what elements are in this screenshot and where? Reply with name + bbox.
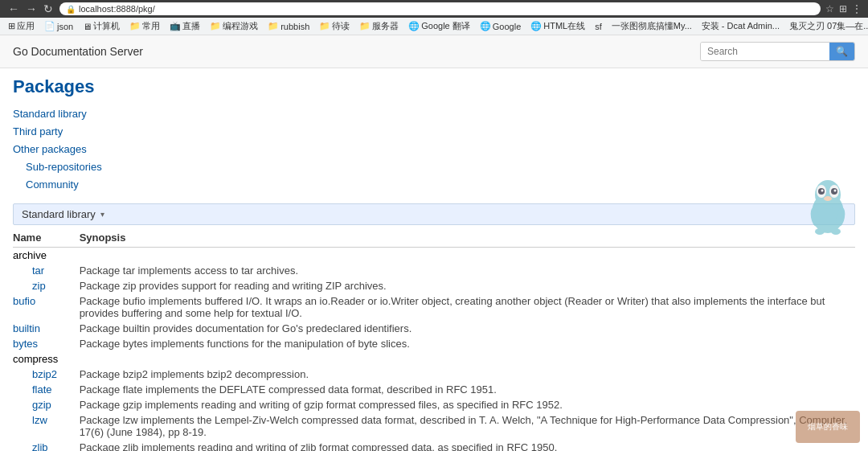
sidebar-link-thirdparty[interactable]: Third party bbox=[13, 123, 855, 141]
bookmark-common[interactable]: 📁常用 bbox=[126, 18, 163, 34]
synopsis-cell bbox=[80, 248, 855, 264]
table-row: builtinPackage builtin provides document… bbox=[13, 321, 855, 336]
pkg-name-cell: gzip bbox=[13, 397, 80, 412]
sidebar-link-community[interactable]: Community bbox=[13, 176, 855, 194]
sidebar-link-subrepos[interactable]: Sub-repositories bbox=[13, 158, 855, 176]
bookmark-img[interactable]: 一张图彻底搞懂My... bbox=[608, 18, 695, 34]
pkg-name-link[interactable]: lzw bbox=[23, 414, 47, 426]
svg-point-7 bbox=[834, 190, 837, 192]
table-row: tarPackage tar implements access to tar … bbox=[13, 263, 855, 278]
table-row: zlibPackage zlib implements reading and … bbox=[13, 440, 855, 451]
pkg-name-cell: zlib bbox=[13, 440, 80, 451]
star-icon[interactable]: ☆ bbox=[825, 3, 834, 14]
main-content: Packages Standard library Third party Ot… bbox=[0, 68, 868, 451]
bookmark-computer[interactable]: 🖥计算机 bbox=[80, 18, 123, 34]
bookmark-sf[interactable]: sf bbox=[592, 20, 605, 33]
menu-icon[interactable]: ⋮ bbox=[852, 3, 862, 14]
col-name: Name bbox=[13, 228, 80, 248]
gopher-image bbox=[804, 177, 852, 241]
sidebar-link-other[interactable]: Other packages bbox=[13, 141, 855, 158]
pkg-name-cell: bufio bbox=[13, 293, 80, 321]
synopsis-cell: Package builtin provides documentation f… bbox=[80, 321, 855, 336]
pkg-group-link[interactable]: archive bbox=[13, 249, 47, 261]
pkg-name-link[interactable]: zip bbox=[23, 280, 46, 292]
bookmarks-bar: ⊞ 应用 📄json 🖥计算机 📁常用 📺直播 📁编程游戏 📁rubbish 📁… bbox=[0, 18, 868, 35]
synopsis-cell: Package gzip implements reading and writ… bbox=[80, 397, 855, 412]
bookmark-live[interactable]: 📺直播 bbox=[166, 18, 203, 34]
synopsis-cell: Package bufio implements buffered I/O. I… bbox=[80, 293, 855, 321]
pkg-name-link[interactable]: tar bbox=[23, 264, 44, 277]
table-row: bytesPackage bytes implements functions … bbox=[13, 336, 855, 351]
table-row: compress bbox=[13, 351, 855, 367]
search-box: 🔍 bbox=[700, 42, 855, 61]
bookmark-html[interactable]: 🌐HTML在线 bbox=[527, 18, 588, 34]
pkg-name-link[interactable]: bzip2 bbox=[23, 368, 57, 380]
table-row: zipPackage zip provides support for read… bbox=[13, 278, 855, 293]
pkg-name-link[interactable]: zlib bbox=[23, 441, 48, 451]
bookmark-apps[interactable]: ⊞ 应用 bbox=[5, 18, 38, 34]
pkg-name-link[interactable]: bufio bbox=[13, 295, 35, 307]
table-row: lzwPackage lzw implements the Lempel-Ziv… bbox=[13, 412, 855, 440]
bookmark-anime[interactable]: 鬼灭之刃 07集—在... bbox=[786, 18, 868, 34]
table-row: bzip2Package bzip2 implements bzip2 deco… bbox=[13, 367, 855, 382]
search-input[interactable] bbox=[701, 43, 829, 60]
table-row: bufioPackage bufio implements buffered I… bbox=[13, 293, 855, 321]
bookmark-servers[interactable]: 📁服务器 bbox=[356, 18, 402, 34]
table-row: archive bbox=[13, 248, 855, 264]
svg-point-12 bbox=[831, 228, 841, 235]
col-synopsis: Synopsis bbox=[80, 228, 855, 248]
browser-chrome: ← → ↻ 🔒 localhost:8888/pkg/ ☆ ⊞ ⋮ bbox=[0, 0, 868, 18]
synopsis-cell: Package tar implements access to tar arc… bbox=[80, 263, 855, 278]
url-bar[interactable]: 🔒 localhost:8888/pkg/ bbox=[59, 2, 821, 15]
extensions-icon[interactable]: ⊞ bbox=[839, 3, 847, 14]
packages-title: Packages bbox=[13, 76, 855, 97]
bookmark-json[interactable]: 📄json bbox=[41, 19, 76, 33]
pkg-name-link[interactable]: builtin bbox=[13, 322, 40, 334]
reload-button[interactable]: ↻ bbox=[42, 2, 55, 15]
pkg-name-cell: tar bbox=[13, 263, 80, 278]
bookmark-translate[interactable]: 🌐Google 翻译 bbox=[405, 18, 473, 34]
pkg-name-link[interactable]: gzip bbox=[23, 399, 51, 411]
pkg-name-cell: bzip2 bbox=[13, 367, 80, 382]
svg-point-6 bbox=[821, 190, 824, 192]
pkg-name-cell: builtin bbox=[13, 321, 80, 336]
browser-controls: ← → ↻ bbox=[6, 2, 55, 15]
pkg-name-cell: zip bbox=[13, 278, 80, 293]
pkg-name-cell: compress bbox=[13, 351, 80, 367]
pkg-name-link[interactable]: flate bbox=[23, 383, 52, 396]
synopsis-cell: Package flate implements the DEFLATE com… bbox=[80, 382, 855, 397]
overlay-label: 烟草的香味 bbox=[796, 411, 860, 443]
svg-point-8 bbox=[824, 196, 832, 201]
pkg-name-cell: archive bbox=[13, 248, 80, 264]
bookmark-games[interactable]: 📁编程游戏 bbox=[207, 18, 261, 34]
dropdown-arrow-icon: ▾ bbox=[100, 210, 104, 219]
pkg-name-cell: bytes bbox=[13, 336, 80, 351]
pkg-group-link[interactable]: compress bbox=[13, 353, 58, 365]
synopsis-cell: Package zlib implements reading and writ… bbox=[80, 440, 855, 451]
bookmark-dcat[interactable]: 安装 - Dcat Admin... bbox=[698, 18, 783, 34]
apps-icon: ⊞ bbox=[8, 21, 15, 31]
bookmark-reading[interactable]: 📁待读 bbox=[316, 18, 353, 34]
page-header: Go Documentation Server 🔍 bbox=[0, 35, 868, 68]
table-row: gzipPackage gzip implements reading and … bbox=[13, 397, 855, 412]
section-label: Standard library bbox=[22, 208, 96, 220]
browser-actions: ☆ ⊞ ⋮ bbox=[825, 3, 862, 14]
bookmark-rubbish[interactable]: 📁rubbish bbox=[264, 19, 313, 33]
sidebar-nav: Standard library Third party Other packa… bbox=[13, 105, 855, 194]
synopsis-cell: Package bzip2 implements bzip2 decompres… bbox=[80, 367, 855, 382]
site-title: Go Documentation Server bbox=[13, 45, 143, 58]
search-button[interactable]: 🔍 bbox=[829, 43, 854, 60]
svg-point-11 bbox=[815, 228, 825, 235]
bookmark-google[interactable]: 🌐Google bbox=[477, 19, 524, 33]
table-row: flatePackage flate implements the DEFLAT… bbox=[13, 382, 855, 397]
pkg-name-link[interactable]: bytes bbox=[13, 338, 38, 350]
lock-icon: 🔒 bbox=[66, 5, 76, 14]
pkg-name-cell: lzw bbox=[13, 412, 80, 440]
section-header[interactable]: Standard library ▾ bbox=[13, 203, 855, 225]
synopsis-cell: Package lzw implements the Lempel-Ziv-We… bbox=[80, 412, 855, 440]
forward-button[interactable]: → bbox=[24, 2, 39, 15]
url-text: localhost:8888/pkg/ bbox=[79, 4, 155, 14]
synopsis-cell: Package zip provides support for reading… bbox=[80, 278, 855, 293]
back-button[interactable]: ← bbox=[6, 2, 21, 15]
sidebar-link-standard[interactable]: Standard library bbox=[13, 105, 855, 123]
